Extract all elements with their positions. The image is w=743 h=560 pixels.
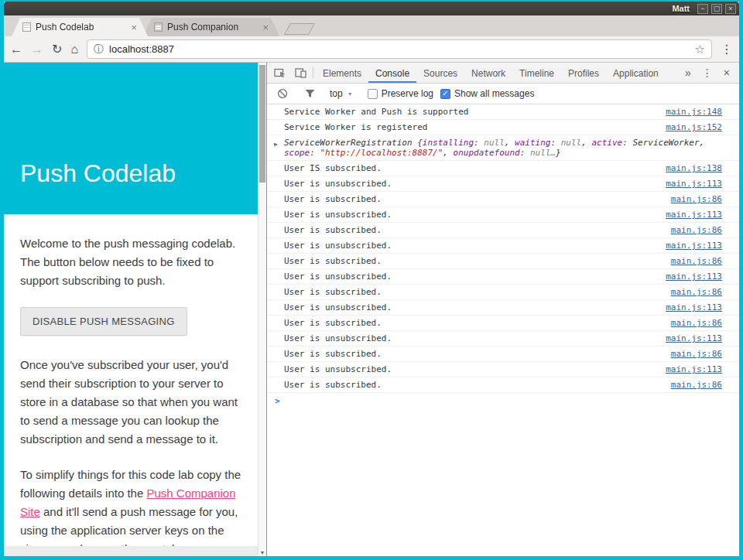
console-source-link[interactable]: main.js:113 <box>666 333 722 343</box>
console-message-text: User is unsubscribed. <box>284 241 656 251</box>
devtools-tab-sources[interactable]: Sources <box>416 63 464 83</box>
console-source-link[interactable]: main.js:113 <box>666 179 722 189</box>
window-maximize-button[interactable]: ▢ <box>711 4 722 14</box>
console-source-link[interactable]: main.js:113 <box>666 271 722 282</box>
console-source-link[interactable]: main.js:113 <box>666 364 722 374</box>
console-prompt[interactable]: > <box>267 393 739 408</box>
scrollbar-thumb[interactable] <box>259 65 265 183</box>
devtools-tab-application[interactable]: Application <box>606 63 666 83</box>
devtools-tabbar-tabs: ElementsConsoleSourcesNetworkTimelinePro… <box>316 63 666 83</box>
console-message-row: User is subscribed.main.js:86 <box>267 347 739 362</box>
devtools-tabbar: ElementsConsoleSourcesNetworkTimelinePro… <box>267 63 739 84</box>
filter-icon[interactable] <box>300 89 320 98</box>
console-message-text: User is unsubscribed. <box>284 333 656 343</box>
console-output: Service Worker and Push is supportedmain… <box>267 104 739 556</box>
devtools-overflow-icon[interactable]: » <box>685 67 691 79</box>
browser-tab-push-codelab[interactable]: Push Codelab × <box>12 18 148 36</box>
page-title: Push Codelab <box>20 159 176 188</box>
titlebar-username: Matt <box>672 4 690 13</box>
console-message-text: User is subscribed. <box>284 225 662 235</box>
preserve-log-label: Preserve log <box>382 88 433 99</box>
console-source-link[interactable]: main.js:113 <box>666 210 722 220</box>
console-source-link[interactable]: main.js:86 <box>671 225 722 235</box>
window-close-button[interactable]: × <box>725 4 736 14</box>
devtools-close-icon[interactable]: × <box>724 67 730 79</box>
checkbox-unchecked-icon[interactable] <box>368 89 378 99</box>
console-message-text: User is unsubscribed. <box>284 271 656 282</box>
page-header: Push Codelab <box>4 63 258 214</box>
forward-button[interactable]: → <box>31 43 43 56</box>
devtools-tab-profiles[interactable]: Profiles <box>561 63 606 83</box>
show-all-messages-label: Show all messages <box>454 88 534 99</box>
devtools-tab-network[interactable]: Network <box>464 63 512 83</box>
console-message-row: User IS subscribed.main.js:138 <box>267 161 739 176</box>
console-message-row: User is unsubscribed.main.js:113 <box>267 238 739 254</box>
tab-close-icon[interactable]: × <box>262 22 269 32</box>
new-tab-button[interactable] <box>284 23 315 35</box>
inspect-element-icon[interactable] <box>270 63 290 83</box>
console-source-link[interactable]: main.js:152 <box>666 122 722 132</box>
companion-paragraph: To simplify things for this code lab cop… <box>20 466 245 556</box>
console-source-link[interactable]: main.js:138 <box>666 163 722 173</box>
back-button[interactable]: ← <box>10 43 22 56</box>
devtools-tab-timeline[interactable]: Timeline <box>512 63 561 83</box>
console-message-row: Service Worker and Push is supportedmain… <box>267 104 739 120</box>
console-message-row: User is subscribed.main.js:86 <box>267 254 739 269</box>
clear-console-icon[interactable] <box>272 88 293 99</box>
page-scrollbar[interactable]: ▼ <box>258 63 266 556</box>
address-bar[interactable]: ⓘ localhost:8887 ☆ <box>87 39 712 59</box>
page-viewport: Push Codelab Welcome to the push messagi… <box>4 63 258 556</box>
console-message-row: User is unsubscribed.main.js:113 <box>267 331 739 347</box>
console-message-row: Service Worker is registeredmain.js:152 <box>267 120 739 135</box>
object-preview[interactable]: ServiceWorkerRegistration {installing: n… <box>284 138 722 158</box>
console-message-text: User is subscribed. <box>284 380 662 390</box>
console-source-link[interactable]: main.js:86 <box>671 287 722 297</box>
tab-close-icon[interactable]: × <box>131 22 137 32</box>
devtools-tab-elements[interactable]: Elements <box>316 63 368 83</box>
console-source-link[interactable]: main.js:86 <box>671 256 722 266</box>
console-message-text: User is unsubscribed. <box>284 179 656 189</box>
console-source-link[interactable]: main.js:86 <box>671 318 722 328</box>
window-minimize-button[interactable]: − <box>697 4 708 14</box>
console-source-link[interactable]: main.js:86 <box>671 194 722 204</box>
console-message-row: User is unsubscribed.main.js:113 <box>267 362 739 377</box>
disclosure-triangle-icon[interactable]: ▶ <box>274 139 278 149</box>
console-message-text: User is unsubscribed. <box>284 210 656 220</box>
console-source-link[interactable]: main.js:113 <box>666 302 722 312</box>
devtools-tab-console[interactable]: Console <box>368 63 416 83</box>
subscription-paragraph: Once you've subscribed your user, you'd … <box>20 356 245 449</box>
console-messages: Service Worker and Push is supportedmain… <box>267 104 739 393</box>
console-toolbar: top ▼ Preserve log ✓ Show all messages <box>267 84 739 104</box>
console-message-row: User is subscribed.main.js:86 <box>267 377 739 393</box>
device-toolbar-icon[interactable] <box>290 63 310 83</box>
console-source-link[interactable]: main.js:113 <box>666 241 722 251</box>
bookmark-star-icon[interactable]: ☆ <box>695 43 705 56</box>
console-message-text: User is subscribed. <box>284 318 662 328</box>
console-message-row: User is subscribed.main.js:86 <box>267 316 739 331</box>
scrollbar-down-arrow[interactable]: ▼ <box>259 550 266 555</box>
browser-tab-push-companion[interactable]: Push Companion × <box>143 18 279 36</box>
browser-window: Matt − ▢ × Push Codelab × Push Companion… <box>0 0 743 560</box>
console-message-row: User is subscribed.main.js:86 <box>267 285 739 300</box>
reload-button[interactable]: ↻ <box>52 43 62 56</box>
console-message-text: User is unsubscribed. <box>284 302 656 312</box>
show-all-messages-checkbox[interactable]: ✓ Show all messages <box>440 88 534 99</box>
devtools-panel: ElementsConsoleSourcesNetworkTimelinePro… <box>266 63 739 556</box>
browser-menu-button[interactable]: ⋮ <box>721 43 733 56</box>
window-titlebar[interactable]: Matt − ▢ × <box>4 2 739 15</box>
url-text[interactable]: localhost:8887 <box>109 43 174 55</box>
console-message-text: User is subscribed. <box>284 349 662 359</box>
execution-context-selector[interactable]: top ▼ <box>330 88 353 99</box>
console-source-link[interactable]: main.js:86 <box>671 349 722 359</box>
info-icon[interactable]: ⓘ <box>94 43 104 56</box>
console-source-link[interactable]: main.js:86 <box>671 380 722 390</box>
preserve-log-checkbox[interactable]: Preserve log <box>368 88 433 99</box>
console-source-link[interactable]: main.js:148 <box>666 107 722 117</box>
disable-push-button[interactable]: DISABLE PUSH MESSAGING <box>20 307 187 336</box>
checkbox-checked-icon[interactable]: ✓ <box>440 89 450 99</box>
console-message-text: User is unsubscribed. <box>284 364 656 374</box>
home-button[interactable]: ⌂ <box>70 43 78 56</box>
console-object-row: ▶ServiceWorkerRegistration {installing: … <box>267 135 739 161</box>
devtools-menu-icon[interactable]: ⋮ <box>702 67 713 79</box>
tab-title: Push Companion <box>167 22 258 32</box>
